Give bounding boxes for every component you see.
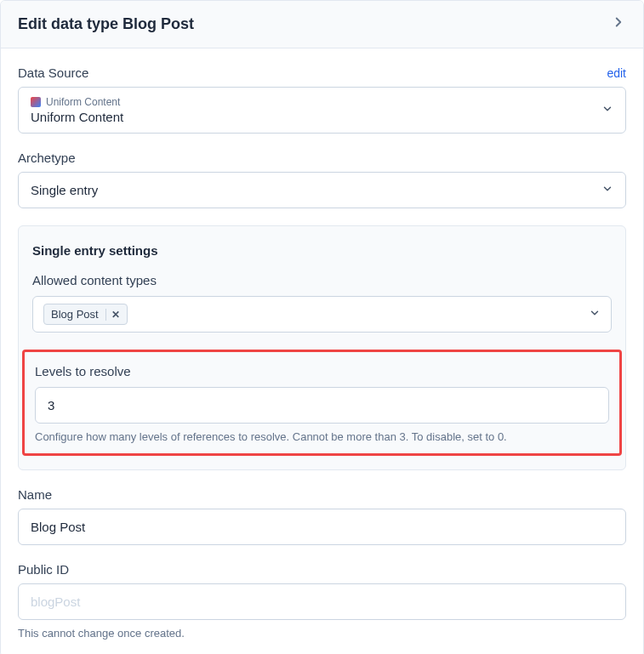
data-source-provider: Uniform Content (46, 96, 120, 108)
data-source-label: Data Source (18, 65, 88, 80)
public-id-input[interactable] (18, 583, 626, 620)
settings-title: Single entry settings (32, 243, 612, 258)
data-source-field: Data Source edit Uniform Content Uniform… (18, 65, 626, 134)
allowed-types-label: Allowed content types (32, 273, 612, 287)
archetype-label: Archetype (18, 151, 76, 165)
data-source-select[interactable]: Uniform Content Uniform Content (18, 87, 626, 134)
chevron-down-icon (589, 307, 601, 321)
data-source-value: Uniform Content (31, 110, 123, 124)
chevron-right-icon[interactable] (611, 14, 626, 34)
panel-header: Edit data type Blog Post (1, 1, 643, 48)
archetype-field: Archetype Single entry (18, 151, 626, 208)
allowed-types-select[interactable]: Blog Post ✕ (32, 296, 612, 333)
name-field: Name (18, 487, 626, 545)
levels-help-text: Configure how many levels of references … (35, 430, 609, 443)
public-id-help-text: This cannot change once created. (18, 627, 626, 640)
public-id-label: Public ID (18, 562, 69, 577)
chevron-down-icon (601, 183, 613, 197)
uniform-icon (31, 97, 41, 107)
archetype-select[interactable]: Single entry (18, 172, 626, 208)
chevron-down-icon (601, 103, 613, 117)
levels-label: Levels to resolve (35, 364, 609, 378)
name-input[interactable] (18, 509, 626, 545)
panel-title: Edit data type Blog Post (18, 15, 194, 33)
name-label: Name (18, 487, 52, 502)
tag-remove-icon[interactable]: ✕ (105, 309, 120, 321)
content-type-tag: Blog Post ✕ (43, 304, 128, 325)
tag-label: Blog Post (51, 308, 99, 321)
edit-data-source-link[interactable]: edit (607, 66, 626, 80)
public-id-field: Public ID This cannot change once create… (18, 562, 626, 640)
levels-to-resolve-highlight: Levels to resolve Configure how many lev… (22, 350, 622, 456)
archetype-value: Single entry (31, 183, 98, 197)
single-entry-settings: Single entry settings Allowed content ty… (18, 225, 626, 470)
levels-input[interactable] (35, 387, 609, 424)
